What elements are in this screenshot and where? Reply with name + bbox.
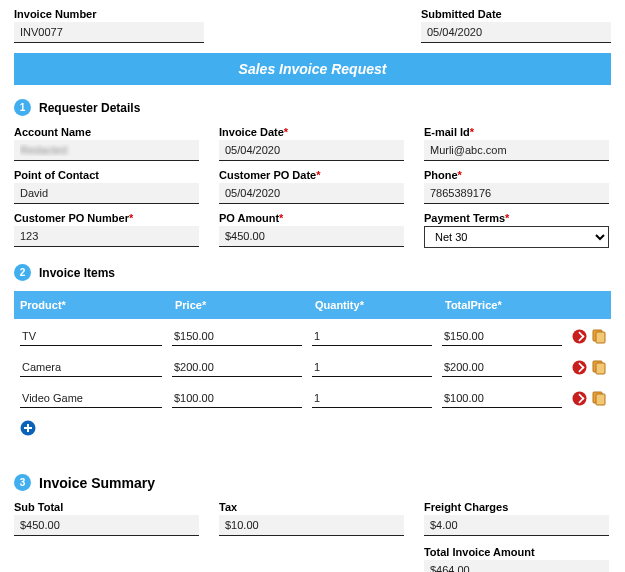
section-number-badge: 2 (14, 264, 31, 281)
section-title: Requester Details (39, 101, 140, 115)
table-row (14, 319, 611, 350)
item-qty-input[interactable] (312, 389, 432, 408)
delete-row-icon[interactable] (572, 329, 587, 344)
submitted-date-input[interactable] (421, 22, 611, 43)
section-invoice-items: 2 Invoice Items (14, 264, 611, 281)
tax-input[interactable] (219, 515, 404, 536)
tax-label: Tax (219, 501, 404, 513)
item-price-input[interactable] (172, 358, 302, 377)
table-row (14, 381, 611, 412)
customer-po-date-label: Customer PO Date* (219, 169, 404, 181)
copy-row-icon[interactable] (591, 391, 607, 406)
invoice-number-input[interactable] (14, 22, 204, 43)
subtotal-input[interactable] (14, 515, 199, 536)
po-amount-input[interactable] (219, 226, 404, 247)
payment-terms-select[interactable]: Net 30 (424, 226, 609, 248)
account-name-label: Account Name (14, 126, 199, 138)
item-price-input[interactable] (172, 389, 302, 408)
freight-label: Freight Charges (424, 501, 609, 513)
item-product-input[interactable] (20, 358, 162, 377)
svg-rect-4 (596, 332, 605, 343)
customer-po-number-input[interactable] (14, 226, 199, 247)
items-table-header: Product* Price* Quantity* TotalPrice* (14, 291, 611, 319)
section-invoice-summary: 3 Invoice Summary (14, 474, 611, 491)
table-row (14, 350, 611, 381)
section-number-badge: 1 (14, 99, 31, 116)
item-totalprice-input[interactable] (442, 327, 562, 346)
submitted-date-label: Submitted Date (421, 8, 611, 20)
section-number-badge: 3 (14, 474, 31, 491)
poc-label: Point of Contact (14, 169, 199, 181)
invoice-date-input[interactable] (219, 140, 404, 161)
col-product: Product (20, 299, 62, 311)
svg-rect-14 (596, 394, 605, 405)
total-invoice-amount-input[interactable] (424, 560, 609, 572)
account-name-input[interactable] (14, 140, 199, 161)
svg-rect-17 (24, 427, 32, 429)
col-price: Price (175, 299, 202, 311)
item-product-input[interactable] (20, 327, 162, 346)
invoice-date-label: Invoice Date* (219, 126, 404, 138)
svg-rect-9 (596, 363, 605, 374)
add-row-button[interactable] (20, 420, 36, 436)
item-totalprice-input[interactable] (442, 358, 562, 377)
freight-input[interactable] (424, 515, 609, 536)
section-title: Invoice Summary (39, 475, 155, 491)
po-amount-label: PO Amount* (219, 212, 404, 224)
section-title: Invoice Items (39, 266, 115, 280)
item-totalprice-input[interactable] (442, 389, 562, 408)
email-label: E-mail Id* (424, 126, 609, 138)
item-price-input[interactable] (172, 327, 302, 346)
page-banner: Sales Invoice Request (14, 53, 611, 85)
total-invoice-amount-label: Total Invoice Amount (424, 546, 609, 558)
invoice-number-label: Invoice Number (14, 8, 204, 20)
delete-row-icon[interactable] (572, 391, 587, 406)
copy-row-icon[interactable] (591, 360, 607, 375)
payment-terms-label: Payment Terms* (424, 212, 609, 224)
poc-input[interactable] (14, 183, 199, 204)
col-quantity: Quantity (315, 299, 360, 311)
col-totalprice: TotalPrice (445, 299, 497, 311)
phone-label: Phone* (424, 169, 609, 181)
copy-row-icon[interactable] (591, 329, 607, 344)
customer-po-date-input[interactable] (219, 183, 404, 204)
item-product-input[interactable] (20, 389, 162, 408)
subtotal-label: Sub Total (14, 501, 199, 513)
customer-po-number-label: Customer PO Number* (14, 212, 199, 224)
item-qty-input[interactable] (312, 358, 432, 377)
item-qty-input[interactable] (312, 327, 432, 346)
email-input[interactable] (424, 140, 609, 161)
phone-input[interactable] (424, 183, 609, 204)
delete-row-icon[interactable] (572, 360, 587, 375)
section-requester-details: 1 Requester Details (14, 99, 611, 116)
